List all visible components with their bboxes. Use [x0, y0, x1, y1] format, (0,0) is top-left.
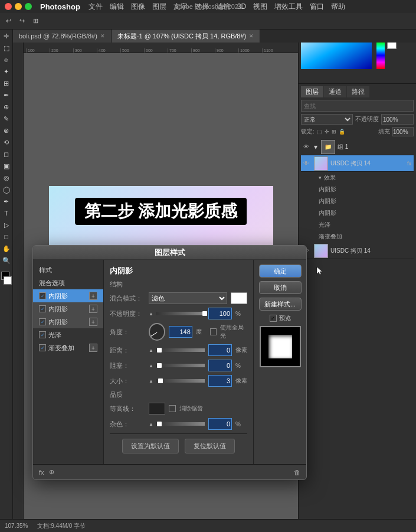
effect-inner-shadow-3[interactable]: 内阴影 — [301, 207, 414, 219]
distance-thumb[interactable] — [157, 348, 162, 353]
inner-shadow-2-check[interactable]: ✓ — [39, 305, 46, 312]
tab-boli-close[interactable]: ✕ — [100, 33, 105, 39]
effect-inner-shadow-2[interactable]: 内阴影 — [301, 195, 414, 207]
tool-eyedrop[interactable]: ✒ — [1, 90, 12, 100]
toolbar-options[interactable]: ⊞ — [31, 16, 41, 26]
tool-brush[interactable]: ✎ — [1, 113, 12, 124]
gradient-add[interactable]: + — [89, 344, 97, 352]
choke-thumb[interactable] — [157, 363, 162, 368]
size-thumb[interactable] — [158, 378, 163, 383]
lock-all-icon[interactable]: 🔒 — [339, 129, 345, 135]
menu-window[interactable]: 窗口 — [310, 2, 324, 12]
layer-group-1[interactable]: 👁 ▾ 📁 组 1 — [301, 139, 414, 155]
dialog-style-item-gradient[interactable]: ✓ 渐变叠加 + — [33, 341, 103, 354]
blend-mode-select-dialog[interactable]: 滤色 — [149, 292, 227, 304]
dialog-style-item-blend[interactable]: 混合选项 — [33, 276, 103, 289]
preview-checkbox[interactable]: ✓ — [270, 315, 277, 322]
tool-lasso[interactable]: ⌾ — [1, 54, 12, 65]
tool-pen[interactable]: ✒ — [1, 196, 12, 207]
blend-mode-select[interactable]: 正常 — [301, 114, 353, 125]
effect-expand-icon[interactable]: ▾ — [319, 175, 322, 181]
anti-alias-checkbox[interactable] — [169, 405, 176, 412]
choke-slider[interactable] — [156, 364, 205, 367]
inner-shadow-3-add[interactable]: + — [89, 318, 97, 326]
tool-shape[interactable]: □ — [1, 231, 12, 242]
maximize-button[interactable] — [25, 3, 32, 10]
menu-plugins[interactable]: 增效工具 — [274, 2, 303, 12]
tool-crop[interactable]: ⊞ — [1, 78, 12, 89]
size-slider[interactable] — [156, 379, 205, 383]
opacity-slider-left[interactable]: ▲ — [149, 311, 153, 316]
tool-eraser[interactable]: ◻ — [1, 149, 12, 159]
tool-gradient[interactable]: ▣ — [1, 161, 12, 171]
menu-file[interactable]: 文件 — [89, 2, 103, 12]
menu-help[interactable]: 帮助 — [331, 2, 345, 12]
effect-gradient-overlay[interactable]: 渐变叠加 — [301, 231, 414, 243]
tool-magic[interactable]: ✦ — [1, 66, 12, 77]
inner-shadow-3-check[interactable]: ✓ — [39, 318, 46, 325]
layer-eye-icon[interactable]: 👁 — [303, 143, 312, 150]
tool-history[interactable]: ⟲ — [1, 137, 12, 148]
tool-hand[interactable]: ✋ — [1, 243, 12, 254]
angle-dial[interactable] — [149, 323, 165, 341]
menu-edit[interactable]: 编辑 — [110, 2, 124, 12]
dialog-style-item-styles[interactable]: 样式 — [33, 263, 103, 276]
dialog-style-item-inner-shadow-1[interactable]: ✓ 内阴影 + — [33, 289, 103, 302]
cancel-button[interactable]: 取消 — [259, 281, 302, 294]
tool-dodge[interactable]: ◯ — [1, 184, 12, 195]
tab-untitled-close[interactable]: ✕ — [249, 33, 254, 39]
dialog-style-item-inner-shadow-3[interactable]: ✓ 内阴影 + — [33, 315, 103, 328]
tab-boli[interactable]: boli.psd @ 72.8%(RGB/8#) ✕ — [13, 30, 112, 43]
opacity-number[interactable] — [208, 308, 232, 319]
lock-move-icon[interactable]: ✛ — [325, 129, 329, 135]
menu-image[interactable]: 图像 — [131, 2, 145, 12]
size-slider-arrow[interactable]: ▲ — [149, 378, 153, 384]
tool-heal[interactable]: ⊕ — [1, 102, 12, 112]
layer-uisdc14[interactable]: 👁 UISDC 拷贝 14 fx — [301, 155, 414, 172]
background-color[interactable] — [4, 276, 12, 285]
add-effect-icon[interactable]: ⊕ — [49, 468, 54, 476]
layers-tab-channels[interactable]: 通道 — [324, 86, 346, 97]
blend-color-swatch[interactable] — [231, 292, 247, 304]
contour-preview[interactable] — [149, 403, 165, 414]
fill-input[interactable] — [392, 127, 414, 136]
inner-shadow-1-check[interactable]: ✓ — [39, 292, 46, 299]
ok-button[interactable]: 确定 — [259, 265, 302, 278]
group-expand-icon[interactable]: ▾ — [314, 143, 317, 151]
noise-slider-arrow[interactable]: ▲ — [149, 422, 153, 427]
layer-uisdc14-eye-icon[interactable]: 👁 — [303, 160, 312, 167]
global-light-checkbox[interactable] — [210, 328, 217, 335]
dialog-style-item-satin[interactable]: ✓ 光泽 — [33, 328, 103, 341]
minimize-button[interactable] — [15, 3, 22, 10]
choke-slider-arrow[interactable]: ▲ — [149, 363, 153, 368]
new-style-button[interactable]: 新建样式... — [259, 298, 302, 311]
tab-untitled[interactable]: 未标题-1 @ 107% (UISDC 拷贝 14, RGB/8#) ✕ — [112, 30, 260, 43]
opacity-input[interactable] — [381, 114, 414, 125]
tool-blur[interactable]: ◎ — [1, 172, 12, 183]
tool-path-select[interactable]: ▷ — [1, 220, 12, 230]
lock-artboard-icon[interactable]: ⊞ — [332, 129, 336, 135]
tool-move[interactable]: ✛ — [1, 31, 12, 41]
menu-layer[interactable]: 图层 — [152, 2, 166, 12]
layer-uisdc14-copy[interactable]: 👁 UISDC 拷贝 14 — [301, 243, 414, 259]
reset-default-button[interactable]: 复位默认值 — [185, 439, 235, 453]
opacity-thumb[interactable] — [202, 311, 207, 316]
toolbar-forward[interactable]: ↪ — [17, 16, 27, 26]
choke-number[interactable] — [208, 360, 232, 371]
noise-slider[interactable] — [156, 422, 205, 426]
layers-tab-paths[interactable]: 路径 — [347, 86, 369, 97]
tool-select[interactable]: ⬚ — [1, 43, 12, 53]
close-button[interactable] — [5, 3, 12, 10]
set-default-button[interactable]: 设置为默认值 — [122, 439, 179, 453]
tool-clone[interactable]: ⊗ — [1, 125, 12, 136]
satin-check[interactable]: ✓ — [39, 331, 46, 338]
noise-number[interactable] — [208, 418, 232, 430]
tool-zoom[interactable]: 🔍 — [1, 255, 12, 266]
inner-shadow-1-add[interactable]: + — [89, 292, 97, 300]
tool-type[interactable]: T — [1, 208, 12, 218]
inner-shadow-2-add[interactable]: + — [89, 305, 97, 313]
distance-slider[interactable] — [156, 348, 205, 352]
gradient-check[interactable]: ✓ — [39, 344, 46, 351]
distance-number[interactable] — [208, 344, 232, 356]
delete-effect-icon[interactable]: 🗑 — [294, 469, 300, 476]
